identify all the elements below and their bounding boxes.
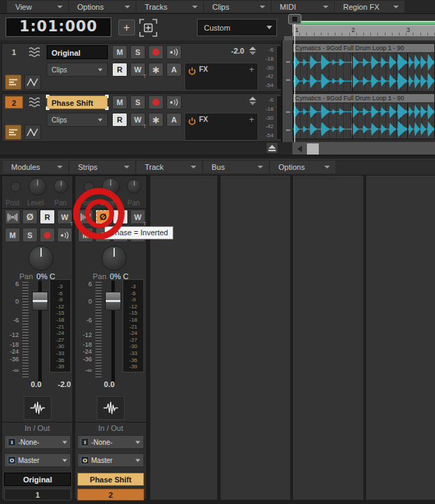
phase-invert-button[interactable]: Ø [22,210,38,224]
input-echo-button[interactable] [166,95,182,109]
pan-knob[interactable] [102,246,127,271]
volume-fader-handle[interactable] [105,292,121,310]
pane-splitter[interactable] [281,40,292,142]
strip-number[interactable]: 1 [4,489,71,501]
strip-name[interactable]: Original [4,473,71,486]
menu-item-midi[interactable]: MIDI [271,1,334,13]
edit-filter-dropdown[interactable]: Clips [47,113,108,127]
lens-preset-dropdown[interactable]: Custom [197,19,277,36]
fx-bin[interactable]: FX + [184,63,258,90]
playhead-handle[interactable] [288,14,301,24]
mute-button[interactable]: M [112,45,127,59]
timeline-ruler[interactable]: 123 [292,25,435,36]
archive-button[interactable]: A [166,63,182,77]
arm-record-button[interactable] [148,45,164,59]
level-knob[interactable] [29,178,47,196]
input-pan-knob[interactable] [54,179,68,194]
volume-value[interactable]: 0.0 [26,380,47,388]
menu-item-view[interactable]: View [7,1,68,13]
input-echo-button[interactable] [57,228,72,242]
input-dropdown[interactable]: I -None- [4,435,71,449]
mute-button[interactable]: M [5,228,20,242]
collapse-tracks-button[interactable] [266,142,278,154]
track-name-field[interactable]: Original [47,45,108,59]
automation-write-button[interactable]: WT [57,210,72,224]
mute-button[interactable]: M [112,95,127,109]
output-value: Master [18,457,40,464]
strip-name[interactable]: Phase Shift [77,473,144,486]
automation-read-button[interactable]: R [112,63,127,77]
console-menu-options[interactable]: Options [270,161,335,173]
post-knob[interactable] [10,182,21,192]
audio-clip-1[interactable]: Cymatics - 9God Full Drum Loop 1 - 90 [292,43,435,92]
output-dropdown[interactable]: O Master [4,453,71,467]
menu-item-region-fx[interactable]: Region FX [335,1,404,13]
scroll-left-icon[interactable] [297,145,302,152]
solo-button[interactable]: S [22,228,38,242]
meter-scale-label: -3 [123,283,143,290]
add-track-button[interactable]: + [118,19,135,36]
value-spinner[interactable] [249,97,256,105]
track-name-field[interactable]: Phase Shift [47,95,108,109]
volume-readout[interactable]: -2.0 [204,47,244,55]
arm-record-button[interactable] [148,95,164,109]
input-echo-button[interactable] [166,45,182,59]
fx-add-button[interactable]: + [249,65,254,74]
fx-bypass-button[interactable]: ∗ [148,113,164,127]
console-menu-bus[interactable]: Bus [203,161,269,173]
clips-view-icon[interactable] [5,74,22,90]
console-menu-track[interactable]: Track [136,161,202,173]
meter-scale-label: -12 [50,304,70,310]
menu-item-tracks[interactable]: Tracks [136,1,203,13]
daw-window: View Options Tracks Clips MIDI Region FX… [0,0,435,504]
fx-add-button[interactable]: + [249,115,254,125]
meter-scale-label: -6 [257,97,274,103]
console-menu-strips[interactable]: Strips [70,161,135,173]
pan-label-small: Pan [54,199,67,207]
scrollbar-thumb[interactable] [307,143,319,155]
solo-button[interactable]: S [130,45,145,59]
fader-scale-label: 6 [15,281,19,288]
automation-lane-icon[interactable] [24,74,41,90]
fx-power-icon[interactable] [188,116,196,124]
touch-sub-label: T [143,124,146,129]
automation-read-button[interactable]: R [40,210,55,224]
volume-fader-handle[interactable] [32,292,48,310]
strip-number[interactable]: 2 [77,489,144,501]
menu-item-clips[interactable]: Clips [204,1,271,13]
fx-bin[interactable]: FX + [184,113,258,141]
track-number[interactable]: 2 [5,96,23,109]
horizontal-scrollbar[interactable] [292,142,435,156]
fx-bypass-button[interactable]: ∗ [148,63,164,77]
clips-view-icon[interactable] [5,125,22,140]
audio-clip-2[interactable]: Cymatics - 9God Full Drum Loop 1 - 90 [292,93,435,139]
duplicate-selection-icon[interactable] [139,18,157,37]
now-time-display[interactable]: 1:01:000 [6,17,111,37]
interleave-button[interactable] [5,210,20,224]
output-dropdown[interactable]: O Master [77,453,144,467]
input-dropdown[interactable]: I -None- [77,435,144,449]
track-number[interactable]: 1 [5,46,23,58]
playhead-line[interactable] [294,24,295,142]
touch-sub-label: T [70,221,73,226]
menu-item-options[interactable]: Options [69,1,136,13]
edit-filter-dropdown[interactable]: Clips [47,63,108,77]
archive-button[interactable]: A [166,113,182,127]
peak-value[interactable]: -2.0 [49,380,71,388]
volume-value[interactable]: 0.0 [99,380,120,388]
pan-knob[interactable] [29,246,54,271]
automation-write-button[interactable]: WT [130,210,145,224]
automation-write-button[interactable]: WT [130,63,145,77]
automation-read-button[interactable]: R [112,113,127,127]
fx-power-icon[interactable] [188,65,196,74]
automation-lane-icon[interactable] [24,125,41,140]
input-pan-knob[interactable] [127,179,141,194]
value-spinner[interactable] [249,47,256,55]
automation-write-button[interactable]: WT [130,113,145,127]
arm-record-button[interactable] [40,228,55,242]
audio-engine-button[interactable] [24,396,52,420]
console-menu-modules[interactable]: Modules [3,161,68,173]
solo-button[interactable]: S [130,95,145,109]
audio-engine-button[interactable] [97,396,125,420]
menu-label: Options [278,163,305,171]
